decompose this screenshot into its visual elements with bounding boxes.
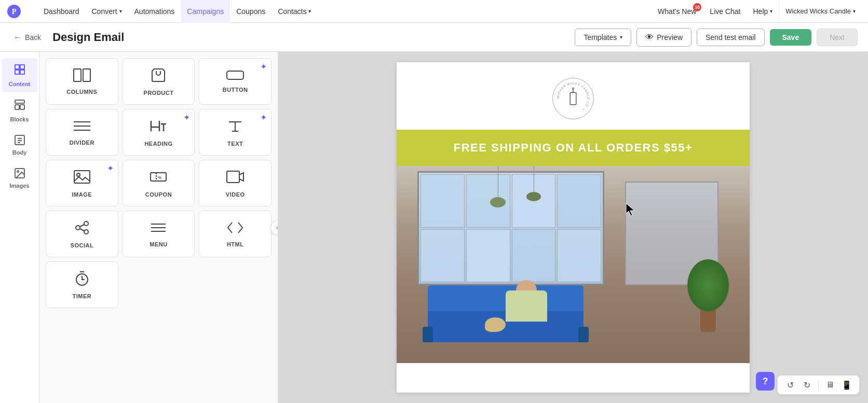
block-heading[interactable]: ✦ HEADING (123, 109, 195, 156)
block-grid: COLUMNS PRODUCT ✦ (46, 58, 272, 308)
next-button[interactable]: Next (817, 29, 858, 46)
sidebar-label-content: Content (9, 81, 31, 87)
block-label-html: HTML (227, 241, 244, 247)
menu-icon (149, 220, 168, 237)
block-label-coupon: COUPON (145, 191, 172, 198)
block-button[interactable]: ✦ BUTTON (199, 58, 272, 105)
svg-rect-2 (15, 65, 19, 69)
image-icon (73, 169, 91, 187)
eye-icon: 👁 (645, 33, 654, 42)
nav-link-dashboard[interactable]: Dashboard (37, 0, 86, 23)
mobile-icon: 📱 (842, 380, 852, 390)
top-nav: P Dashboard Convert ▾ Automations Campai… (0, 0, 868, 23)
text-icon (226, 118, 245, 136)
svg-rect-5 (20, 70, 24, 74)
undo-icon: ↺ (787, 380, 794, 390)
block-coupon[interactable]: % COUPON (123, 160, 195, 206)
help-link[interactable]: Help ▾ (747, 0, 779, 23)
redo-button[interactable]: ↻ (799, 378, 814, 392)
block-video[interactable]: VIDEO (199, 160, 272, 206)
button-icon (226, 70, 245, 82)
toolbar: ← Back Design Email Templates ▾ 👁 Previe… (0, 23, 868, 52)
nav-link-contacts[interactable]: Contacts ▾ (272, 0, 317, 23)
sidebar-item-content[interactable]: Content (2, 58, 37, 92)
chevron-left-icon: « (276, 224, 278, 231)
toolbar-right: Templates ▾ 👁 Preview Send test email Sa… (575, 28, 858, 47)
left-sidebar: Content Blocks Body (0, 52, 39, 403)
bottom-controls: ↺ ↻ 🖥 📱 (777, 375, 860, 395)
svg-rect-4 (15, 70, 19, 74)
undo-button[interactable]: ↺ (783, 378, 797, 392)
block-divider[interactable]: DIVIDER (46, 109, 118, 156)
account-link[interactable]: Wicked Wicks Candle ▾ (779, 0, 862, 23)
block-timer[interactable]: TIMER (46, 261, 118, 308)
block-social[interactable]: SOCIAL (46, 211, 118, 257)
svg-rect-17 (227, 71, 243, 79)
email-logo-section: WICKED WICKS CANDLE CO. • (397, 62, 750, 130)
svg-line-31 (80, 229, 84, 231)
heading-icon (149, 118, 168, 136)
blocks-icon (13, 99, 26, 114)
svg-point-27 (76, 226, 80, 230)
redo-icon: ↻ (804, 380, 810, 390)
block-label-button: BUTTON (223, 87, 248, 93)
nav-link-campaigns[interactable]: Campaigns (181, 0, 230, 23)
help-button[interactable]: ? (756, 372, 775, 391)
text-badge: ✦ (260, 113, 267, 122)
back-button[interactable]: ← Back (10, 30, 44, 45)
svg-point-29 (84, 230, 88, 234)
block-label-timer: TIMER (72, 293, 91, 299)
sidebar-item-body[interactable]: Body (2, 129, 37, 161)
images-icon (13, 167, 26, 180)
nav-link-coupons[interactable]: Coupons (230, 0, 272, 23)
block-label-image: IMAGE (72, 191, 92, 198)
desktop-icon: 🖥 (826, 380, 834, 390)
banner-text: FREE SHIPPING ON ALL ORDERS $55+ (454, 141, 693, 154)
block-text[interactable]: ✦ TEXT (199, 109, 272, 156)
templates-button[interactable]: Templates ▾ (575, 29, 631, 46)
svg-line-30 (80, 225, 84, 227)
social-icon (73, 219, 91, 238)
svg-rect-21 (74, 171, 90, 183)
coupon-icon: % (149, 169, 168, 187)
nav-link-convert[interactable]: Convert ▾ (86, 0, 128, 23)
sidebar-item-blocks[interactable]: Blocks (2, 93, 37, 128)
block-html[interactable]: HTML (199, 211, 272, 257)
svg-text:%: % (158, 175, 161, 180)
collapse-panel-button[interactable]: « (270, 220, 278, 235)
block-label-video: VIDEO (226, 191, 245, 198)
back-arrow-icon: ← (13, 33, 22, 42)
block-menu[interactable]: MENU (123, 211, 195, 257)
sidebar-label-blocks: Blocks (10, 116, 29, 122)
body-icon (13, 134, 26, 147)
desktop-view-button[interactable]: 🖥 (823, 378, 837, 392)
send-test-button[interactable]: Send test email (697, 29, 765, 46)
block-label-social: SOCIAL (71, 242, 94, 248)
nav-logo[interactable]: P (6, 4, 29, 19)
preview-area: WICKED WICKS CANDLE CO. • FREE SHIPPING … (278, 52, 868, 403)
block-product[interactable]: PRODUCT (123, 58, 195, 105)
preview-button[interactable]: 👁 Preview (636, 28, 691, 47)
svg-text:P: P (12, 8, 17, 16)
save-button[interactable]: Save (770, 29, 812, 46)
whats-new-badge: 10 (693, 3, 701, 11)
divider-icon (73, 119, 91, 135)
heading-badge: ✦ (183, 113, 190, 122)
video-icon (226, 169, 245, 187)
block-label-heading: HEADING (144, 141, 172, 147)
block-columns[interactable]: COLUMNS (46, 58, 118, 105)
content-panel: COLUMNS PRODUCT ✦ (39, 52, 278, 403)
svg-rect-8 (20, 105, 24, 109)
block-label-columns: COLUMNS (66, 89, 97, 95)
sidebar-item-images[interactable]: Images (2, 162, 37, 194)
whats-new-link[interactable]: What's New 10 (650, 0, 703, 23)
block-image[interactable]: ✦ IMAGE (46, 160, 118, 206)
nav-link-automations[interactable]: Automations (128, 0, 181, 23)
svg-rect-16 (83, 69, 90, 81)
page-title: Design Email (52, 31, 124, 44)
image-badge: ✦ (107, 163, 114, 173)
live-chat-link[interactable]: Live Chat (703, 0, 747, 23)
mobile-view-button[interactable]: 📱 (839, 378, 854, 392)
product-icon (150, 67, 167, 86)
block-label-text: TEXT (227, 141, 243, 147)
